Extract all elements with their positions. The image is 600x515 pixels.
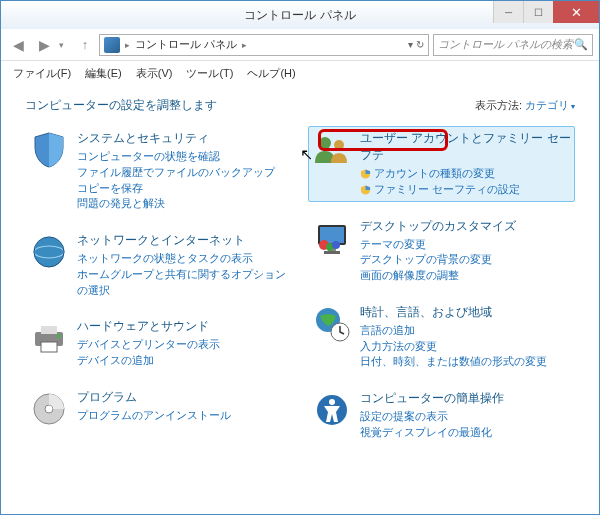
clock-globe-icon (312, 304, 352, 344)
category-link[interactable]: 日付、時刻、または数値の形式の変更 (360, 354, 571, 370)
category-system-security[interactable]: システムとセキュリティ コンピューターの状態を確認 ファイル履歴でファイルのバッ… (25, 126, 292, 216)
category-link[interactable]: ファイル履歴でファイルのバックアップ コピーを保存 (77, 165, 288, 197)
minimize-button[interactable]: ─ (493, 1, 523, 23)
category-title[interactable]: コンピューターの簡単操作 (360, 390, 571, 407)
category-link[interactable]: 設定の提案の表示 (360, 409, 571, 425)
category-link[interactable]: 視覚ディスプレイの最適化 (360, 425, 571, 441)
category-link[interactable]: デバイスとプリンターの表示 (77, 337, 288, 353)
users-icon (312, 130, 352, 170)
category-link[interactable]: ネットワークの状態とタスクの表示 (77, 251, 288, 267)
category-link[interactable]: 入力方法の変更 (360, 339, 571, 355)
category-link[interactable]: コンピューターの状態を確認 (77, 149, 288, 165)
viewby-value[interactable]: カテゴリ (525, 99, 569, 111)
category-appearance[interactable]: デスクトップのカスタマイズ テーマの変更 デスクトップの背景の変更 画面の解像度… (308, 214, 575, 288)
refresh-icon[interactable]: ↻ (416, 39, 424, 50)
category-link[interactable]: 画面の解像度の調整 (360, 268, 571, 284)
menu-tools[interactable]: ツール(T) (180, 64, 239, 83)
category-link[interactable]: 問題の発見と解決 (77, 196, 288, 212)
search-placeholder: コントロール パネルの検索 (438, 37, 574, 52)
category-network[interactable]: ネットワークとインターネット ネットワークの状態とタスクの表示 ホームグループと… (25, 228, 292, 302)
chevron-down-icon[interactable]: ▾ (571, 102, 575, 111)
back-button[interactable]: ◀ (7, 34, 29, 56)
search-icon: 🔍 (574, 38, 588, 51)
breadcrumb[interactable]: コントロール パネル (135, 37, 237, 52)
category-title[interactable]: ユーザー アカウントとファミリー セーフテ (360, 130, 571, 164)
control-panel-icon (104, 37, 120, 53)
svg-rect-5 (41, 342, 57, 352)
column-right: ユーザー アカウントとファミリー セーフテ アカウントの種類の変更 ファミリー … (308, 126, 575, 445)
close-button[interactable]: ✕ (553, 1, 599, 23)
monitor-icon (312, 218, 352, 258)
maximize-button[interactable]: ☐ (523, 1, 553, 23)
category-link-change-account-type[interactable]: アカウントの種類の変更 (360, 166, 571, 182)
view-by: 表示方法: カテゴリ▾ (475, 98, 575, 113)
categories-grid: システムとセキュリティ コンピューターの状態を確認 ファイル履歴でファイルのバッ… (25, 126, 575, 445)
navbar: ◀ ▶ ▾ ↑ ▸ コントロール パネル ▸ ▾ ↻ コントロール パネルの検索… (1, 29, 599, 61)
history-dropdown[interactable]: ▾ (59, 40, 71, 50)
category-hardware[interactable]: ハードウェアとサウンド デバイスとプリンターの表示 デバイスの追加 (25, 314, 292, 373)
svg-point-17 (332, 241, 340, 249)
category-link[interactable]: ファミリー セーフティの設定 (360, 182, 571, 198)
page-title: コンピューターの設定を調整します (25, 97, 217, 114)
search-input[interactable]: コントロール パネルの検索 🔍 (433, 34, 593, 56)
category-title[interactable]: プログラム (77, 389, 288, 406)
category-title[interactable]: 時計、言語、および地域 (360, 304, 571, 321)
printer-icon (29, 318, 69, 358)
chevron-right-icon: ▸ (241, 40, 248, 50)
category-title[interactable]: ネットワークとインターネット (77, 232, 288, 249)
menubar: ファイル(F) 編集(E) 表示(V) ツール(T) ヘルプ(H) (1, 61, 599, 85)
category-link[interactable]: プログラムのアンインストール (77, 408, 288, 424)
category-title[interactable]: ハードウェアとサウンド (77, 318, 288, 335)
svg-point-21 (329, 399, 335, 405)
titlebar: コントロール パネル ─ ☐ ✕ (1, 1, 599, 29)
control-panel-window: コントロール パネル ─ ☐ ✕ ◀ ▶ ▾ ↑ ▸ コントロール パネル ▸ … (0, 0, 600, 515)
svg-point-9 (319, 137, 331, 149)
category-link[interactable]: 言語の追加 (360, 323, 571, 339)
svg-point-6 (57, 334, 61, 338)
category-clock-region[interactable]: 時計、言語、および地域 言語の追加 入力方法の変更 日付、時刻、または数値の形式… (308, 300, 575, 374)
menu-view[interactable]: 表示(V) (130, 64, 179, 83)
uac-shield-icon (360, 168, 371, 180)
category-link[interactable]: デスクトップの背景の変更 (360, 252, 571, 268)
column-left: システムとセキュリティ コンピューターの状態を確認 ファイル履歴でファイルのバッ… (25, 126, 292, 445)
category-link[interactable]: ホームグループと共有に関するオプションの選択 (77, 267, 288, 299)
category-ease-of-access[interactable]: コンピューターの簡単操作 設定の提案の表示 視覚ディスプレイの最適化 (308, 386, 575, 445)
uac-shield-icon (360, 184, 371, 196)
menu-help[interactable]: ヘルプ(H) (241, 64, 301, 83)
category-programs[interactable]: プログラム プログラムのアンインストール (25, 385, 292, 433)
content-area: コンピューターの設定を調整します 表示方法: カテゴリ▾ システムとセキュリティ… (1, 85, 599, 514)
address-bar[interactable]: ▸ コントロール パネル ▸ ▾ ↻ (99, 34, 429, 56)
menu-edit[interactable]: 編集(E) (79, 64, 128, 83)
category-link[interactable]: デバイスの追加 (77, 353, 288, 369)
addr-dropdown-icon[interactable]: ▾ (408, 39, 413, 50)
chevron-right-icon: ▸ (124, 40, 131, 50)
category-link[interactable]: テーマの変更 (360, 237, 571, 253)
category-title[interactable]: システムとセキュリティ (77, 130, 288, 147)
ease-icon (312, 390, 352, 430)
globe-icon (29, 232, 69, 272)
svg-point-10 (334, 140, 344, 150)
content-header: コンピューターの設定を調整します 表示方法: カテゴリ▾ (25, 97, 575, 114)
window-controls: ─ ☐ ✕ (493, 1, 599, 23)
shield-icon (29, 130, 69, 170)
viewby-label: 表示方法: (475, 99, 522, 111)
forward-button[interactable]: ▶ (33, 34, 55, 56)
up-button[interactable]: ↑ (75, 35, 95, 55)
category-title[interactable]: デスクトップのカスタマイズ (360, 218, 571, 235)
svg-point-8 (45, 405, 53, 413)
menu-file[interactable]: ファイル(F) (7, 64, 77, 83)
category-user-accounts[interactable]: ユーザー アカウントとファミリー セーフテ アカウントの種類の変更 ファミリー … (308, 126, 575, 202)
disc-icon (29, 389, 69, 429)
svg-rect-4 (41, 326, 57, 334)
svg-rect-14 (324, 251, 340, 254)
